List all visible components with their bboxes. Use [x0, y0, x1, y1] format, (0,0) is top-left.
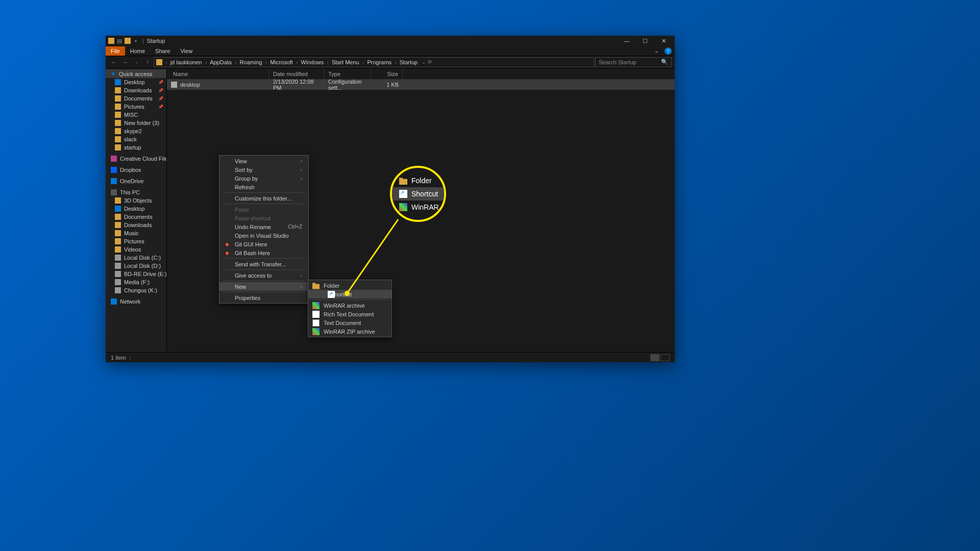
context-menu-item[interactable]: Properties	[219, 293, 308, 302]
close-button[interactable]: ✕	[654, 36, 673, 46]
column-date[interactable]: Date modified	[269, 68, 324, 79]
breadcrumb-item[interactable]: Roaming	[238, 59, 264, 65]
context-menu-item[interactable]: New›	[219, 282, 308, 291]
sidebar-item[interactable]: MISC	[106, 111, 166, 119]
tab-file[interactable]: File	[106, 46, 125, 56]
column-size[interactable]: Size	[371, 68, 403, 79]
context-menu-item: Paste shortcut	[219, 214, 308, 222]
sidebar-this-pc[interactable]: This PC	[106, 188, 166, 196]
context-menu-item[interactable]: View›	[219, 157, 308, 165]
context-menu-item[interactable]: Open in Visual Studio	[219, 231, 308, 240]
breadcrumb-item[interactable]: Programs	[365, 59, 394, 65]
folder-ic-icon	[312, 282, 320, 289]
item-icon	[115, 104, 121, 110]
sidebar-item[interactable]: slack	[106, 135, 166, 143]
search-input[interactable]: Search Startup 🔍	[595, 57, 672, 67]
sidebar-item[interactable]: 3D Objects	[106, 196, 166, 205]
breadcrumb-item[interactable]: Startup	[398, 59, 420, 65]
new-menu-item[interactable]: Rich Text Document	[308, 310, 391, 318]
ribbon-tabs: File Home Share View ⌄ ?	[106, 46, 675, 56]
address-bar[interactable]: › jd laukkonen› AppData› Roaming› Micros…	[154, 57, 594, 67]
sidebar-item[interactable]: Local Disk (C:)	[106, 254, 166, 262]
breadcrumb-item[interactable]: Microsoft	[268, 59, 295, 65]
cloud-icon	[111, 156, 117, 162]
sidebar-onedrive[interactable]: OneDrive	[106, 177, 166, 185]
breadcrumb-item[interactable]: Windows	[299, 59, 326, 65]
qat-icon[interactable]	[124, 37, 131, 44]
folder-icon	[108, 37, 115, 44]
context-menu-item[interactable]: ◆Git Bash Here	[219, 248, 308, 257]
item-icon	[115, 279, 121, 285]
sidebar-item[interactable]: Local Disk (D:)	[106, 262, 166, 270]
chevron-right-icon: ›	[301, 273, 302, 278]
context-menu-item[interactable]: ◆Git GUI Here	[219, 240, 308, 248]
recent-dropdown[interactable]: ⌄	[131, 57, 141, 67]
item-icon	[115, 95, 121, 102]
item-count: 1 item	[111, 355, 126, 361]
refresh-icon[interactable]: ⟳	[428, 59, 432, 65]
sidebar-item[interactable]: startup	[106, 143, 166, 152]
sidebar-creative-cloud[interactable]: Creative Cloud Files	[106, 155, 166, 163]
ribbon-expand-button[interactable]: ⌄	[651, 48, 662, 54]
file-row[interactable]: desktop 2/13/2020 12:08 PM Configuration…	[167, 80, 675, 90]
git-icon: ◆	[224, 241, 231, 248]
sidebar-item[interactable]: Videos	[106, 245, 166, 254]
sidebar-item[interactable]: Media (F:)	[106, 278, 166, 286]
tab-view[interactable]: View	[175, 46, 198, 56]
sidebar-item[interactable]: Downloads	[106, 221, 166, 229]
up-button[interactable]: ↑	[142, 57, 153, 67]
sidebar-dropbox[interactable]: Dropbox	[106, 166, 166, 174]
sidebar-item[interactable]: Chungus (K:)	[106, 286, 166, 294]
new-menu-item[interactable]: Shortcut	[308, 290, 391, 298]
context-menu-item[interactable]: Group by›	[219, 174, 308, 183]
context-menu-item[interactable]: Customize this folder...	[219, 194, 308, 203]
context-menu-item[interactable]: Refresh	[219, 183, 308, 191]
icons-view-button[interactable]	[660, 354, 670, 361]
new-menu-item[interactable]: Folder	[308, 281, 391, 290]
qat-dropdown-icon[interactable]: ▾	[132, 37, 139, 44]
item-icon	[115, 214, 121, 220]
sidebar-item[interactable]: skype2	[106, 127, 166, 135]
context-menu-item[interactable]: Give access to›	[219, 271, 308, 280]
new-menu-item[interactable]: Text Document	[308, 318, 391, 327]
context-menu-item[interactable]: Undo RenameCtrl+Z	[219, 222, 308, 231]
sidebar-item[interactable]: Documents📌	[106, 94, 166, 103]
breadcrumb-item[interactable]: Start Menu	[330, 59, 361, 65]
sidebar-item[interactable]: Documents	[106, 213, 166, 221]
back-button[interactable]: ←	[109, 57, 119, 67]
address-dropdown-icon[interactable]: ⌄	[422, 59, 426, 65]
sidebar-network[interactable]: Network	[106, 297, 166, 306]
new-menu-item[interactable]: WinRAR ZIP archive	[308, 327, 391, 336]
highlight-item: Folder	[392, 174, 444, 187]
tab-share[interactable]: Share	[150, 46, 175, 56]
sidebar-item[interactable]: Pictures📌	[106, 103, 166, 111]
sidebar-item[interactable]: Downloads📌	[106, 86, 166, 94]
new-menu-item[interactable]: WinRAR archive	[308, 301, 391, 310]
context-menu-item[interactable]: Sort by›	[219, 165, 308, 174]
qat-icon[interactable]: ▤	[116, 37, 123, 44]
maximize-button[interactable]: ☐	[636, 36, 654, 46]
item-icon	[115, 87, 121, 93]
column-type[interactable]: Type	[324, 68, 371, 79]
minimize-button[interactable]: —	[618, 36, 636, 46]
help-icon[interactable]: ?	[665, 47, 672, 55]
forward-button[interactable]: →	[120, 57, 130, 67]
folder-icon	[399, 177, 407, 185]
sidebar-item[interactable]: New folder (3)	[106, 119, 166, 127]
sidebar-item[interactable]: BD-RE Drive (E:) GG	[106, 270, 166, 278]
sidebar-item[interactable]: Pictures	[106, 237, 166, 245]
sidebar-item[interactable]: Music	[106, 229, 166, 237]
item-icon	[115, 197, 121, 204]
sidebar-item[interactable]: Desktop📌	[106, 78, 166, 86]
context-menu-item[interactable]: Send with Transfer...	[219, 260, 308, 268]
sidebar-item[interactable]: Desktop	[106, 205, 166, 213]
context-menu-item: Paste	[219, 205, 308, 214]
breadcrumb-item[interactable]: AppData	[208, 59, 234, 65]
details-view-button[interactable]	[650, 354, 659, 361]
chevron-right-icon: ›	[301, 176, 302, 181]
tab-home[interactable]: Home	[125, 46, 150, 56]
chevron-right-icon: ›	[301, 159, 302, 164]
sidebar-quick-access[interactable]: ★ Quick access	[106, 69, 166, 78]
breadcrumb-item[interactable]: jd laukkonen	[168, 59, 204, 65]
column-name[interactable]: Name	[167, 68, 269, 79]
